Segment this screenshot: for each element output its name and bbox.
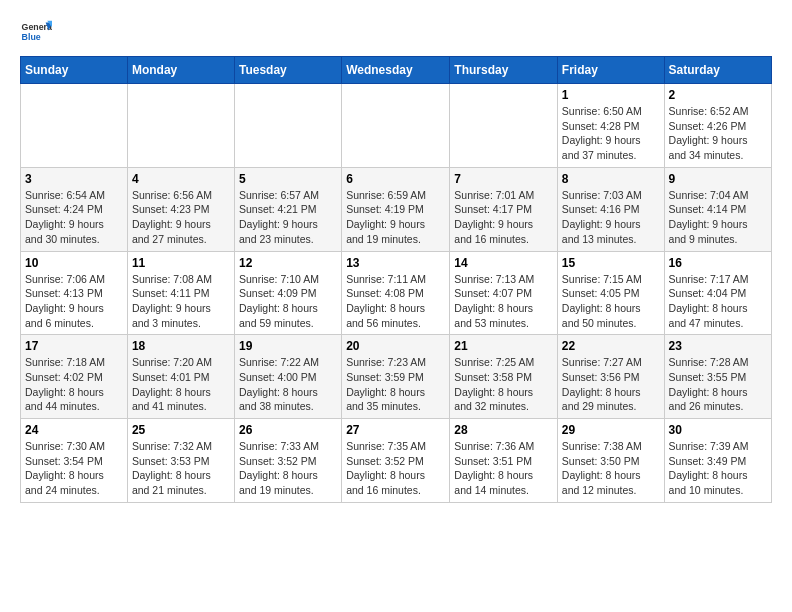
day-number: 20 (346, 339, 445, 353)
calendar-week-5: 24Sunrise: 7:30 AM Sunset: 3:54 PM Dayli… (21, 419, 772, 503)
calendar-cell: 26Sunrise: 7:33 AM Sunset: 3:52 PM Dayli… (234, 419, 341, 503)
header-cell-tuesday: Tuesday (234, 57, 341, 84)
day-detail: Sunrise: 7:35 AM Sunset: 3:52 PM Dayligh… (346, 439, 445, 498)
day-number: 29 (562, 423, 660, 437)
day-detail: Sunrise: 6:54 AM Sunset: 4:24 PM Dayligh… (25, 188, 123, 247)
calendar-cell: 30Sunrise: 7:39 AM Sunset: 3:49 PM Dayli… (664, 419, 771, 503)
day-number: 10 (25, 256, 123, 270)
calendar-cell: 20Sunrise: 7:23 AM Sunset: 3:59 PM Dayli… (342, 335, 450, 419)
calendar-cell: 9Sunrise: 7:04 AM Sunset: 4:14 PM Daylig… (664, 167, 771, 251)
header-cell-wednesday: Wednesday (342, 57, 450, 84)
day-number: 28 (454, 423, 553, 437)
day-number: 6 (346, 172, 445, 186)
calendar-week-2: 3Sunrise: 6:54 AM Sunset: 4:24 PM Daylig… (21, 167, 772, 251)
calendar-cell: 21Sunrise: 7:25 AM Sunset: 3:58 PM Dayli… (450, 335, 558, 419)
day-number: 1 (562, 88, 660, 102)
calendar-cell (234, 84, 341, 168)
day-detail: Sunrise: 7:17 AM Sunset: 4:04 PM Dayligh… (669, 272, 767, 331)
day-number: 22 (562, 339, 660, 353)
day-detail: Sunrise: 7:30 AM Sunset: 3:54 PM Dayligh… (25, 439, 123, 498)
day-number: 26 (239, 423, 337, 437)
calendar-cell: 4Sunrise: 6:56 AM Sunset: 4:23 PM Daylig… (127, 167, 234, 251)
day-number: 27 (346, 423, 445, 437)
calendar-cell: 28Sunrise: 7:36 AM Sunset: 3:51 PM Dayli… (450, 419, 558, 503)
calendar-cell (342, 84, 450, 168)
calendar-cell: 25Sunrise: 7:32 AM Sunset: 3:53 PM Dayli… (127, 419, 234, 503)
calendar-cell (450, 84, 558, 168)
day-number: 3 (25, 172, 123, 186)
calendar-cell: 11Sunrise: 7:08 AM Sunset: 4:11 PM Dayli… (127, 251, 234, 335)
day-number: 16 (669, 256, 767, 270)
day-number: 11 (132, 256, 230, 270)
day-detail: Sunrise: 7:11 AM Sunset: 4:08 PM Dayligh… (346, 272, 445, 331)
day-number: 5 (239, 172, 337, 186)
calendar-cell: 18Sunrise: 7:20 AM Sunset: 4:01 PM Dayli… (127, 335, 234, 419)
header-row: SundayMondayTuesdayWednesdayThursdayFrid… (21, 57, 772, 84)
calendar-cell: 29Sunrise: 7:38 AM Sunset: 3:50 PM Dayli… (557, 419, 664, 503)
day-detail: Sunrise: 7:23 AM Sunset: 3:59 PM Dayligh… (346, 355, 445, 414)
logo-icon: General Blue (20, 16, 52, 48)
day-detail: Sunrise: 6:56 AM Sunset: 4:23 PM Dayligh… (132, 188, 230, 247)
day-detail: Sunrise: 7:20 AM Sunset: 4:01 PM Dayligh… (132, 355, 230, 414)
calendar-week-4: 17Sunrise: 7:18 AM Sunset: 4:02 PM Dayli… (21, 335, 772, 419)
day-number: 8 (562, 172, 660, 186)
header-cell-monday: Monday (127, 57, 234, 84)
calendar-cell: 15Sunrise: 7:15 AM Sunset: 4:05 PM Dayli… (557, 251, 664, 335)
calendar-cell: 14Sunrise: 7:13 AM Sunset: 4:07 PM Dayli… (450, 251, 558, 335)
calendar-cell: 10Sunrise: 7:06 AM Sunset: 4:13 PM Dayli… (21, 251, 128, 335)
calendar-cell: 2Sunrise: 6:52 AM Sunset: 4:26 PM Daylig… (664, 84, 771, 168)
day-number: 7 (454, 172, 553, 186)
calendar-cell: 5Sunrise: 6:57 AM Sunset: 4:21 PM Daylig… (234, 167, 341, 251)
day-detail: Sunrise: 7:01 AM Sunset: 4:17 PM Dayligh… (454, 188, 553, 247)
calendar-cell: 8Sunrise: 7:03 AM Sunset: 4:16 PM Daylig… (557, 167, 664, 251)
day-number: 14 (454, 256, 553, 270)
calendar-week-3: 10Sunrise: 7:06 AM Sunset: 4:13 PM Dayli… (21, 251, 772, 335)
day-detail: Sunrise: 7:36 AM Sunset: 3:51 PM Dayligh… (454, 439, 553, 498)
header: General Blue (20, 16, 772, 48)
calendar-cell: 22Sunrise: 7:27 AM Sunset: 3:56 PM Dayli… (557, 335, 664, 419)
day-number: 23 (669, 339, 767, 353)
day-detail: Sunrise: 7:32 AM Sunset: 3:53 PM Dayligh… (132, 439, 230, 498)
day-detail: Sunrise: 6:50 AM Sunset: 4:28 PM Dayligh… (562, 104, 660, 163)
day-number: 21 (454, 339, 553, 353)
day-detail: Sunrise: 7:08 AM Sunset: 4:11 PM Dayligh… (132, 272, 230, 331)
day-number: 17 (25, 339, 123, 353)
calendar-cell: 3Sunrise: 6:54 AM Sunset: 4:24 PM Daylig… (21, 167, 128, 251)
svg-text:Blue: Blue (22, 32, 41, 42)
calendar-cell: 13Sunrise: 7:11 AM Sunset: 4:08 PM Dayli… (342, 251, 450, 335)
day-detail: Sunrise: 7:38 AM Sunset: 3:50 PM Dayligh… (562, 439, 660, 498)
day-detail: Sunrise: 7:13 AM Sunset: 4:07 PM Dayligh… (454, 272, 553, 331)
day-detail: Sunrise: 7:10 AM Sunset: 4:09 PM Dayligh… (239, 272, 337, 331)
header-cell-sunday: Sunday (21, 57, 128, 84)
calendar-cell: 1Sunrise: 6:50 AM Sunset: 4:28 PM Daylig… (557, 84, 664, 168)
logo: General Blue (20, 16, 58, 48)
day-detail: Sunrise: 7:39 AM Sunset: 3:49 PM Dayligh… (669, 439, 767, 498)
calendar-cell (21, 84, 128, 168)
header-cell-friday: Friday (557, 57, 664, 84)
calendar-cell (127, 84, 234, 168)
calendar-week-1: 1Sunrise: 6:50 AM Sunset: 4:28 PM Daylig… (21, 84, 772, 168)
calendar-body: 1Sunrise: 6:50 AM Sunset: 4:28 PM Daylig… (21, 84, 772, 503)
day-number: 9 (669, 172, 767, 186)
calendar-cell: 24Sunrise: 7:30 AM Sunset: 3:54 PM Dayli… (21, 419, 128, 503)
day-detail: Sunrise: 7:22 AM Sunset: 4:00 PM Dayligh… (239, 355, 337, 414)
day-number: 24 (25, 423, 123, 437)
calendar-cell: 19Sunrise: 7:22 AM Sunset: 4:00 PM Dayli… (234, 335, 341, 419)
day-detail: Sunrise: 7:06 AM Sunset: 4:13 PM Dayligh… (25, 272, 123, 331)
day-number: 15 (562, 256, 660, 270)
day-number: 30 (669, 423, 767, 437)
calendar-cell: 27Sunrise: 7:35 AM Sunset: 3:52 PM Dayli… (342, 419, 450, 503)
day-detail: Sunrise: 6:52 AM Sunset: 4:26 PM Dayligh… (669, 104, 767, 163)
day-detail: Sunrise: 7:04 AM Sunset: 4:14 PM Dayligh… (669, 188, 767, 247)
header-cell-saturday: Saturday (664, 57, 771, 84)
calendar-cell: 7Sunrise: 7:01 AM Sunset: 4:17 PM Daylig… (450, 167, 558, 251)
day-detail: Sunrise: 6:57 AM Sunset: 4:21 PM Dayligh… (239, 188, 337, 247)
day-detail: Sunrise: 7:03 AM Sunset: 4:16 PM Dayligh… (562, 188, 660, 247)
calendar-cell: 17Sunrise: 7:18 AM Sunset: 4:02 PM Dayli… (21, 335, 128, 419)
day-number: 19 (239, 339, 337, 353)
day-detail: Sunrise: 7:33 AM Sunset: 3:52 PM Dayligh… (239, 439, 337, 498)
day-detail: Sunrise: 7:25 AM Sunset: 3:58 PM Dayligh… (454, 355, 553, 414)
calendar-cell: 16Sunrise: 7:17 AM Sunset: 4:04 PM Dayli… (664, 251, 771, 335)
calendar-cell: 23Sunrise: 7:28 AM Sunset: 3:55 PM Dayli… (664, 335, 771, 419)
day-number: 12 (239, 256, 337, 270)
